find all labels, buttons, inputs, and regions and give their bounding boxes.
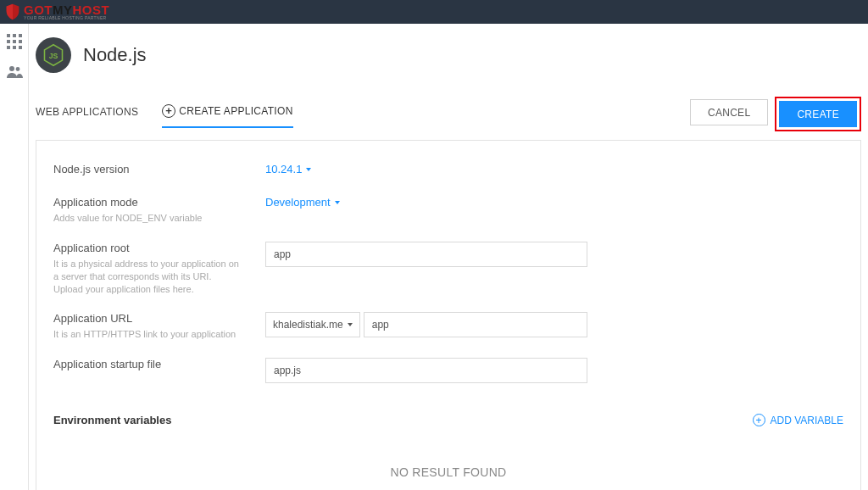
label-startup-file: Application startup file	[53, 358, 265, 370]
shield-icon	[3, 3, 22, 21]
hint-app-mode: Adds value for NODE_ENV variable	[53, 212, 240, 225]
tab-web-applications[interactable]: WEB APPLICATIONS	[36, 106, 138, 126]
create-highlight: CREATE	[775, 97, 861, 131]
cancel-button[interactable]: CANCEL	[690, 99, 768, 125]
svg-rect-0	[7, 34, 10, 37]
svg-text:JS: JS	[49, 52, 58, 60]
svg-rect-8	[19, 46, 22, 49]
svg-rect-2	[19, 34, 22, 37]
app-url-domain-select[interactable]: khaledistiak.me	[265, 312, 360, 337]
env-vars-header: Environment variables + ADD VARIABLE	[53, 383, 843, 435]
app-root-input[interactable]	[265, 242, 587, 267]
env-vars-title: Environment variables	[53, 414, 171, 426]
svg-rect-6	[7, 46, 10, 49]
plus-circle-icon: +	[162, 104, 175, 118]
label-app-url: Application URL	[53, 312, 265, 325]
node-version-select[interactable]: 10.24.1	[265, 163, 311, 175]
users-icon[interactable]	[6, 65, 23, 81]
content-area: JS Node.js WEB APPLICATIONS + CREATE APP…	[29, 24, 868, 490]
svg-point-10	[15, 67, 19, 71]
apps-grid-icon[interactable]	[7, 34, 22, 52]
tab-create-application[interactable]: + CREATE APPLICATION	[162, 104, 292, 128]
caret-down-icon	[335, 201, 340, 204]
nodejs-icon: JS	[36, 37, 71, 73]
svg-rect-7	[13, 46, 16, 49]
brand-logo[interactable]: GOTMYHOST YOUR RELIABLE HOSTING PARTNER	[3, 3, 109, 21]
app-url-domain-value: khaledistiak.me	[273, 319, 343, 331]
create-button[interactable]: CREATE	[779, 101, 857, 127]
add-variable-button[interactable]: + ADD VARIABLE	[753, 414, 843, 426]
page-title: Node.js	[83, 44, 147, 66]
hint-app-root: It is a physical address to your applica…	[53, 258, 240, 296]
add-variable-label: ADD VARIABLE	[771, 415, 843, 426]
form-panel: Node.js version 10.24.1 Application mode…	[36, 140, 861, 490]
topbar: GOTMYHOST YOUR RELIABLE HOSTING PARTNER	[0, 0, 868, 24]
app-url-path-input[interactable]	[364, 312, 587, 337]
caret-down-icon	[348, 323, 353, 326]
label-node-version: Node.js version	[53, 163, 265, 175]
sidebar	[0, 24, 29, 490]
svg-rect-3	[7, 40, 10, 43]
logo-tagline: YOUR RELIABLE HOSTING PARTNER	[24, 16, 109, 20]
svg-rect-5	[19, 40, 22, 43]
node-version-value: 10.24.1	[265, 163, 302, 175]
label-app-mode: Application mode	[53, 196, 265, 209]
svg-point-9	[9, 66, 14, 71]
tab-create-label: CREATE APPLICATION	[179, 105, 292, 117]
tabs-row: WEB APPLICATIONS + CREATE APPLICATION CA…	[29, 73, 868, 135]
svg-rect-1	[13, 34, 16, 37]
no-result-text: NO RESULT FOUND	[53, 435, 843, 490]
hint-app-url: It is an HTTP/HTTPS link to your applica…	[53, 328, 240, 341]
startup-file-input[interactable]	[265, 358, 587, 383]
label-app-root: Application root	[53, 242, 265, 254]
plus-circle-icon: +	[753, 414, 765, 426]
svg-rect-4	[13, 40, 16, 43]
app-mode-select[interactable]: Development	[265, 196, 340, 209]
caret-down-icon	[306, 168, 311, 171]
app-mode-value: Development	[265, 196, 331, 209]
